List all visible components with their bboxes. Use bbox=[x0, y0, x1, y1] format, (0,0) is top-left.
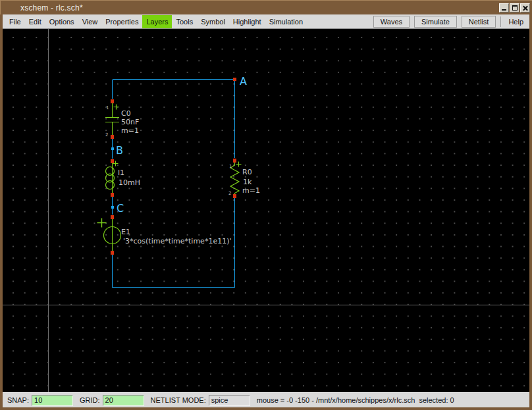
window-title: xschem - rlc.sch* bbox=[1, 3, 83, 13]
menu-file[interactable]: File bbox=[5, 15, 25, 28]
menu-edit[interactable]: Edit bbox=[25, 15, 45, 28]
menu-layers[interactable]: Layers bbox=[142, 15, 172, 28]
menu-symbol[interactable]: Symbol bbox=[197, 15, 229, 28]
pin-res-1 bbox=[233, 159, 236, 163]
grid-label: GRID: bbox=[80, 396, 100, 404]
minimize-icon bbox=[502, 9, 506, 11]
maximize-button[interactable] bbox=[510, 3, 519, 13]
schematic-drawing: A B C C0 50nF m=1 1 2 l1 10mH E1 '3*cos(… bbox=[3, 29, 529, 392]
capacitor-mult: m=1 bbox=[121, 126, 139, 135]
titlebar[interactable]: xschem - rlc.sch* bbox=[0, 0, 532, 14]
pin-cap-1 bbox=[111, 99, 114, 103]
menu-help[interactable]: Help bbox=[504, 15, 528, 28]
source-symbol[interactable] bbox=[97, 217, 121, 252]
menu-options[interactable]: Options bbox=[45, 15, 78, 28]
maximize-icon bbox=[512, 5, 518, 11]
pin-cap-2 bbox=[111, 135, 114, 139]
menu-separator bbox=[500, 16, 501, 27]
window-border-bottom bbox=[0, 407, 532, 410]
netlist-mode-label: NETLIST MODE: bbox=[151, 396, 206, 404]
resistor-ref: R0 bbox=[242, 168, 252, 176]
simulate-button[interactable]: Simulate bbox=[414, 16, 457, 28]
capacitor-value: 50nF bbox=[121, 118, 139, 126]
source-ref: E1 bbox=[121, 228, 130, 236]
resistor-plus-icon bbox=[236, 162, 242, 167]
node-label-b[interactable]: B bbox=[116, 144, 123, 157]
resistor-pin1-number: 1 bbox=[229, 164, 232, 169]
inductor-value: 10mH bbox=[119, 178, 140, 187]
xschem-window: xschem - rlc.sch* File Edit Options View… bbox=[0, 0, 532, 410]
statusbar: SNAP: GRID: NETLIST MODE: mouse = -0 -15… bbox=[3, 392, 529, 407]
grid-input[interactable] bbox=[103, 395, 144, 406]
pin-node-a bbox=[233, 78, 236, 81]
pin-ind-1 bbox=[111, 159, 114, 163]
inductor-ref: l1 bbox=[118, 168, 124, 177]
pin-src-1 bbox=[111, 215, 114, 219]
capacitor-pin1-number: 1 bbox=[106, 105, 109, 111]
pin-res-2 bbox=[233, 194, 236, 198]
minimize-button[interactable] bbox=[499, 3, 509, 13]
resistor-value: 1k bbox=[243, 178, 252, 186]
status-message: mouse = -0 -150 - /mnt/x/home/schippes/x… bbox=[257, 396, 454, 404]
netlist-mode-input[interactable] bbox=[209, 395, 250, 406]
menubar-buttons: Waves Simulate Netlist Help bbox=[373, 14, 528, 29]
window-border-left bbox=[0, 14, 3, 410]
pin-src-2 bbox=[111, 251, 114, 255]
menu-properties[interactable]: Properties bbox=[101, 15, 142, 28]
menu-tools[interactable]: Tools bbox=[172, 15, 197, 28]
node-label-a[interactable]: A bbox=[240, 75, 247, 88]
netlist-button[interactable]: Netlist bbox=[462, 16, 496, 28]
snap-label: SNAP: bbox=[7, 396, 29, 404]
node-label-c[interactable]: C bbox=[117, 202, 124, 215]
axis-lines bbox=[3, 29, 529, 392]
source-value: '3*cos(time*time*time*1e11)' bbox=[123, 237, 231, 245]
menu-highlight[interactable]: Highlight bbox=[229, 15, 265, 28]
menu-view[interactable]: View bbox=[78, 15, 102, 28]
source-plus-icon bbox=[97, 218, 107, 228]
menu-simulation[interactable]: Simulation bbox=[265, 15, 307, 28]
capacitor-plus-icon bbox=[114, 105, 119, 110]
resistor-mult: m=1 bbox=[242, 186, 260, 195]
close-button[interactable] bbox=[520, 3, 530, 13]
close-icon bbox=[521, 4, 529, 12]
waves-button[interactable]: Waves bbox=[373, 16, 410, 28]
window-controls bbox=[499, 3, 530, 13]
snap-input[interactable] bbox=[32, 395, 73, 406]
resistor-symbol[interactable] bbox=[230, 160, 242, 195]
window-border-right bbox=[529, 14, 532, 410]
inductor-symbol[interactable] bbox=[106, 161, 119, 194]
menubar: File Edit Options View Properties Layers… bbox=[3, 14, 529, 29]
capacitor-ref: C0 bbox=[121, 109, 131, 118]
resistor-pin2-number: 2 bbox=[228, 191, 231, 196]
capacitor-pin2-number: 2 bbox=[105, 132, 108, 138]
pin-ind-2 bbox=[111, 193, 114, 197]
schematic-canvas[interactable]: A B C C0 50nF m=1 1 2 l1 10mH E1 '3*cos(… bbox=[3, 29, 529, 392]
